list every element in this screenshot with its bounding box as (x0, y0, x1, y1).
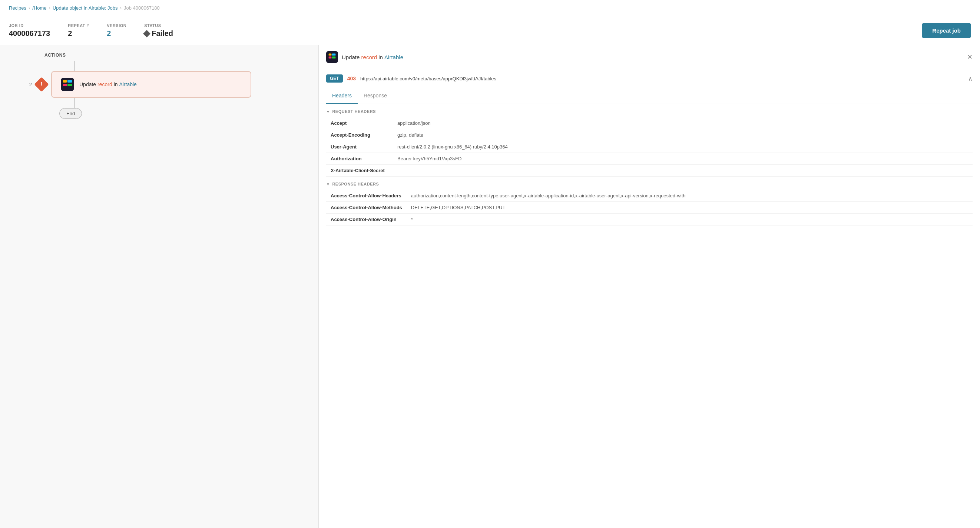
breadcrumb-sep-1: › (29, 5, 30, 11)
close-button[interactable]: ✕ (967, 54, 973, 60)
status-item: STATUS Failed (144, 23, 173, 38)
panel-title: Update record in Airtable (326, 51, 403, 63)
panel-record: record (361, 54, 377, 60)
action-record-word: record (97, 81, 112, 87)
breadcrumb-home[interactable]: /Home (32, 5, 46, 11)
header-key: Access-Control-Allow-Origin (326, 214, 407, 225)
main-layout: ACTIONS 2 Update (0, 45, 980, 528)
svg-rect-6 (329, 56, 332, 59)
flow-row: 2 Update record (15, 71, 304, 98)
breadcrumb-recipes[interactable]: Recipes (9, 5, 26, 11)
request-headers-title[interactable]: ▼ REQUEST HEADERS (326, 104, 973, 117)
header-value: * (407, 214, 973, 225)
status-text: Failed (151, 29, 173, 38)
version-label: VERSION (107, 23, 126, 28)
repeat-item: REPEAT # 2 (68, 23, 89, 38)
right-panel: Update record in Airtable ✕ GET 403 http… (319, 45, 980, 528)
tab-headers[interactable]: Headers (326, 88, 358, 104)
svg-rect-3 (67, 84, 72, 86)
header-key: Access-Control-Allow-Headers (326, 190, 407, 202)
panel-header: Update record in Airtable ✕ (319, 45, 980, 69)
response-headers-label: RESPONSE HEADERS (332, 182, 379, 186)
action-in-word: in (114, 81, 118, 87)
panel-airtable-logo (328, 53, 336, 61)
header-value: authorization,content-length,content-typ… (407, 190, 973, 202)
status-value: Failed (144, 29, 173, 38)
job-meta: JOB ID 4000067173 REPEAT # 2 VERSION 2 S… (9, 23, 922, 38)
action-card[interactable]: Update record in Airtable (51, 71, 251, 98)
flow-connector-bottom (74, 98, 75, 108)
svg-rect-2 (63, 84, 67, 86)
panel-update: Update (342, 54, 360, 60)
flow-panel: ACTIONS 2 Update (0, 45, 319, 528)
version-value: 2 (107, 29, 126, 38)
header-value: Bearer keyVh5Ymd1Vxp3sFD (393, 153, 973, 165)
breadcrumb-sep-2: › (49, 5, 51, 11)
chevron-icon: ▼ (326, 109, 330, 114)
response-header-row: Access-Control-Allow-Headersauthorizatio… (326, 190, 973, 202)
repeat-value: 2 (68, 29, 89, 38)
end-node: End (59, 108, 82, 119)
svg-rect-0 (63, 80, 67, 82)
panel-in: in (379, 54, 383, 60)
action-text: Update record in Airtable (79, 81, 137, 87)
header-key: Accept (326, 117, 393, 129)
header-value: DELETE,GET,OPTIONS,PATCH,POST,PUT (407, 202, 973, 214)
action-icon (61, 78, 74, 91)
breadcrumb-sep-3: › (120, 5, 122, 11)
request-header-row: AuthorizationBearer keyVh5Ymd1Vxp3sFD (326, 153, 973, 165)
job-id-label: JOB ID (9, 23, 50, 28)
header-value: gzip, deflate (393, 129, 973, 141)
flow-connector-top (74, 61, 75, 71)
header-key: Authorization (326, 153, 393, 165)
tabs: Headers Response (319, 88, 980, 104)
header-key: Access-Control-Allow-Methods (326, 202, 407, 214)
job-id-item: JOB ID 4000067173 (9, 23, 50, 38)
status-diamond-icon (143, 30, 151, 37)
svg-rect-1 (67, 80, 72, 82)
header-key: X-Airtable-Client-Secret (326, 165, 393, 177)
request-headers-label: REQUEST HEADERS (332, 109, 376, 114)
request-headers-table: Acceptapplication/jsonAccept-Encodinggzi… (326, 117, 973, 177)
action-brand-word: Airtable (119, 81, 137, 87)
tab-response[interactable]: Response (358, 88, 393, 104)
job-id-value: 4000067173 (9, 29, 50, 38)
step-number: 2 (20, 82, 32, 87)
header-value: application/json (393, 117, 973, 129)
request-header-row: User-Agentrest-client/2.0.2 (linux-gnu x… (326, 141, 973, 153)
version-item: VERSION 2 (107, 23, 126, 38)
panel-title-icon (326, 51, 338, 63)
expand-button[interactable]: ∧ (968, 75, 973, 82)
header-key: Accept-Encoding (326, 129, 393, 141)
breadcrumb: Recipes › /Home › Update object in Airta… (0, 0, 980, 16)
header-value (393, 165, 973, 177)
response-headers-section: ▼ RESPONSE HEADERS Access-Control-Allow-… (319, 177, 980, 225)
airtable-logo-svg (62, 79, 73, 90)
status-label: STATUS (144, 23, 173, 28)
header-key: User-Agent (326, 141, 393, 153)
actions-label: ACTIONS (45, 52, 304, 58)
request-header-row: Accept-Encodinggzip, deflate (326, 129, 973, 141)
method-badge: GET (326, 75, 343, 82)
breadcrumb-recipe-name[interactable]: Update object in Airtable: Jobs (52, 5, 118, 11)
request-header-row: X-Airtable-Client-Secret (326, 165, 973, 177)
svg-rect-7 (332, 56, 336, 59)
repeat-label: REPEAT # (68, 23, 89, 28)
svg-rect-4 (329, 54, 332, 56)
response-headers-title[interactable]: ▼ RESPONSE HEADERS (326, 177, 973, 190)
action-update-word: Update (79, 81, 96, 87)
response-header-row: Access-Control-Allow-MethodsDELETE,GET,O… (326, 202, 973, 214)
repeat-job-button[interactable]: Repeat job (922, 23, 971, 38)
breadcrumb-current: Job 4000067180 (124, 5, 160, 11)
job-header: JOB ID 4000067173 REPEAT # 2 VERSION 2 S… (0, 16, 980, 45)
chevron-response-icon: ▼ (326, 182, 330, 186)
panel-title-text: Update record in Airtable (342, 54, 403, 60)
request-headers-section: ▼ REQUEST HEADERS Acceptapplication/json… (319, 104, 980, 177)
request-header-row: Acceptapplication/json (326, 117, 973, 129)
response-headers-table: Access-Control-Allow-Headersauthorizatio… (326, 190, 973, 225)
header-value: rest-client/2.0.2 (linux-gnu x86_64) rub… (393, 141, 973, 153)
svg-rect-5 (332, 54, 336, 56)
status-code: 403 (347, 76, 356, 81)
error-icon (34, 77, 49, 92)
response-header-row: Access-Control-Allow-Origin* (326, 214, 973, 225)
